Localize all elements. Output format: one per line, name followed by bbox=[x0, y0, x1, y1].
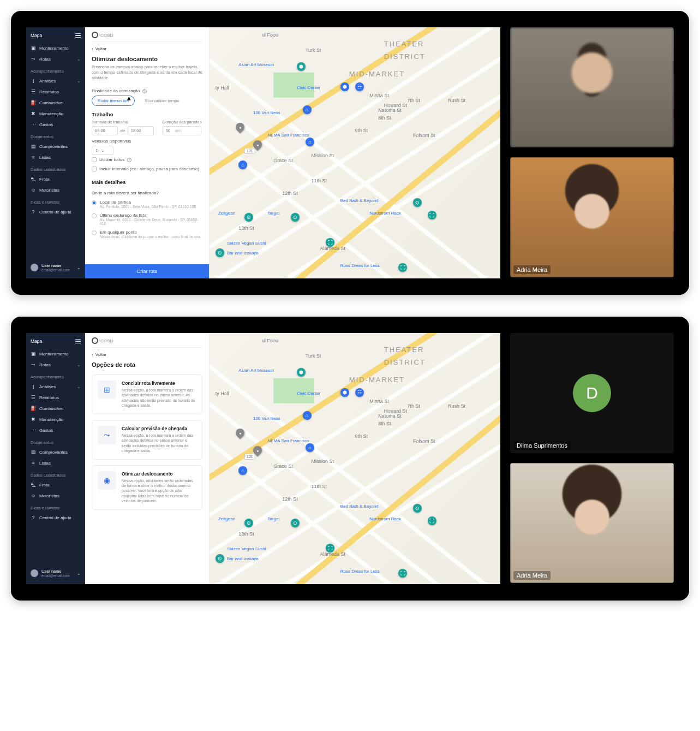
map-pin[interactable]: ⌂ bbox=[238, 161, 247, 169]
participant-video bbox=[510, 27, 674, 147]
map-pin[interactable]: ⌂ bbox=[238, 466, 247, 475]
participant-tile[interactable] bbox=[510, 27, 674, 147]
sidebar-item-analises[interactable]: ⫿Análises⌄ bbox=[26, 381, 85, 392]
sidebar-item-monitoramento[interactable]: ▣Monitoramento bbox=[26, 348, 85, 359]
list-icon: ≡ bbox=[31, 460, 36, 466]
map-pin[interactable]: ⊙ bbox=[413, 198, 422, 207]
road-badge-101: 101 bbox=[244, 148, 255, 154]
sidebar-item-frota[interactable]: ⛍Frota bbox=[26, 479, 85, 490]
sidebar-item-combustivel[interactable]: ⛽Combustível bbox=[26, 97, 85, 108]
map-pane[interactable]: 101 ul FoouTurk StTHEATERDISTRICTAsian A… bbox=[210, 333, 500, 584]
check-all-vehicles[interactable]: Utilizar todos? bbox=[92, 155, 202, 164]
help-icon[interactable]: ? bbox=[142, 89, 147, 93]
create-route-button[interactable]: Criar rota bbox=[85, 264, 209, 278]
map-label: Turk St bbox=[306, 47, 321, 53]
duracao-label: Duração das paradas bbox=[163, 120, 202, 124]
check-include-break[interactable]: Incluir intervalo (ex.: almoço, pausa pa… bbox=[92, 164, 202, 174]
participant-tile[interactable]: Adria Meira bbox=[510, 463, 674, 583]
option-card-eta[interactable]: ⤳ Calcular previsão de chegadaNessa opçã… bbox=[92, 420, 202, 460]
participant-tile[interactable]: Adria Meira bbox=[510, 157, 674, 277]
section-more: Mais detalhes bbox=[92, 174, 202, 187]
veiculos-select[interactable]: 1⌄ bbox=[92, 146, 113, 155]
map-pin[interactable]: ⬢ bbox=[340, 388, 349, 397]
sidebar-item-combustivel[interactable]: ⛽Combustível bbox=[26, 403, 85, 414]
map-pin[interactable]: ⛶ bbox=[428, 211, 436, 219]
sidebar-item-rotas[interactable]: ⤳Rotas⌄ bbox=[26, 359, 85, 370]
map-pin[interactable]: ⬢ bbox=[340, 82, 349, 91]
sidebar-item-analises[interactable]: ⫿Análises⌄ bbox=[26, 75, 85, 86]
map-label: Civic Center bbox=[297, 391, 321, 396]
sidebar-item-rotas[interactable]: ⤳ Rotas ⌄ bbox=[26, 54, 85, 64]
participant-tile[interactable]: D Dilma Suprimentos bbox=[510, 333, 674, 453]
time-from-input[interactable]: 09:00 bbox=[92, 126, 118, 135]
map-label: Rush St bbox=[448, 98, 465, 103]
video-call-window-1: Mapa ▣ Monitoramento ⤳ Rotas ⌄ Acompanha… bbox=[11, 11, 689, 295]
user-name: User name bbox=[41, 263, 70, 268]
sidebar-item-relatorios[interactable]: ☰Relatórios bbox=[26, 86, 85, 97]
map-pin[interactable]: ⌂ bbox=[303, 411, 312, 420]
map-pin[interactable]: ⊙ bbox=[216, 248, 224, 257]
time-to-input[interactable]: 18:00 bbox=[128, 126, 154, 135]
map-label: Natoma St bbox=[378, 413, 402, 419]
map-label: DISTRICT bbox=[384, 52, 426, 61]
sidebar-item-ajuda[interactable]: ?Central de ajuda bbox=[26, 206, 85, 217]
map-label: Target bbox=[268, 516, 280, 521]
list-icon: ☰ bbox=[31, 89, 36, 94]
option-card-free[interactable]: ⊞ Concluir rota livrementeNessa opção, a… bbox=[92, 375, 202, 414]
sidebar-item-listas[interactable]: ≡Listas bbox=[26, 457, 85, 468]
map-pin[interactable]: ⊙ bbox=[216, 554, 224, 563]
sidebar-item-label: Monitoramento bbox=[39, 46, 68, 51]
radio-icon bbox=[92, 213, 97, 218]
eta-icon: ⤳ bbox=[98, 426, 116, 444]
sidebar-section-header: Dados cadastrados bbox=[26, 163, 85, 174]
help-icon[interactable]: ? bbox=[127, 158, 131, 162]
map-pin[interactable]: ☷ bbox=[355, 388, 364, 397]
map-pin[interactable]: ⛶ bbox=[428, 516, 436, 525]
radio-ultimo-endereco[interactable]: Último endereço da listaAv. Morumbi, 630… bbox=[92, 211, 202, 228]
sidebar-item-comprovantes[interactable]: ▤Comprovantes bbox=[26, 141, 85, 152]
hamburger-icon[interactable] bbox=[75, 339, 81, 344]
map-label: MID-MARKET bbox=[349, 376, 405, 384]
veiculos-label: Veículos disponíveis bbox=[92, 135, 202, 146]
radio-qualquer[interactable]: Em qualquer pontoNesse caso, o sistema i… bbox=[92, 228, 202, 241]
map-label: 11th St bbox=[312, 484, 327, 489]
sidebar-item-frota[interactable]: ⛍Frota bbox=[26, 174, 85, 185]
sidebar-item-listas[interactable]: ≡Listas bbox=[26, 152, 85, 163]
back-link[interactable]: ‹ Voltar bbox=[92, 348, 202, 359]
map-label: Asian Art Museum bbox=[238, 368, 274, 373]
sidebar-item-gastos[interactable]: ⋯Gastos bbox=[26, 425, 85, 436]
back-link[interactable]: ‹ Voltar bbox=[92, 42, 202, 54]
brand: COBLI bbox=[92, 337, 202, 348]
panel-description: Preencha os campos abaixo para receber o… bbox=[92, 64, 202, 85]
pill-less-km[interactable]: Rodar menos km bbox=[92, 96, 135, 106]
sidebar-item-manutencao[interactable]: ✖Manutenção bbox=[26, 414, 85, 425]
sidebar-item-monitoramento[interactable]: ▣ Monitoramento bbox=[26, 43, 85, 54]
map-label: Bed Bath & Beyond bbox=[340, 504, 379, 509]
sidebar-item-manutencao[interactable]: ✖Manutenção bbox=[26, 108, 85, 119]
map-pin[interactable]: ☷ bbox=[355, 82, 364, 91]
sidebar-item-ajuda[interactable]: ?Central de ajuda bbox=[26, 512, 85, 523]
hamburger-icon[interactable] bbox=[75, 33, 81, 38]
map-label: Mission St bbox=[312, 459, 334, 464]
participants-column-2: D Dilma Suprimentos Adria Meira bbox=[510, 333, 674, 584]
map-label: 8th St bbox=[378, 421, 391, 426]
map-pane[interactable]: 101 ul FoouTurk StTHEATERDISTRICTAsian A… bbox=[210, 27, 500, 278]
duration-input[interactable]: 30 min bbox=[163, 126, 202, 135]
sidebar-user[interactable]: User nameemail@email.com ⌄ bbox=[26, 566, 85, 581]
map-label: Minna St bbox=[369, 93, 389, 98]
sidebar-item-gastos[interactable]: ⋯Gastos bbox=[26, 119, 85, 130]
map-pin[interactable]: ⊙ bbox=[413, 504, 422, 513]
sidebar-item-motoristas[interactable]: ☺Motoristas bbox=[26, 185, 85, 195]
sidebar-item-relatorios[interactable]: ☰Relatórios bbox=[26, 392, 85, 403]
map-label: Grace St bbox=[273, 463, 293, 469]
pill-save-time[interactable]: Economizar tempo bbox=[139, 96, 186, 106]
map-label: 100 Van Ness bbox=[253, 416, 280, 421]
radio-local-partida[interactable]: Local de partidaAv. Paulista, 1000 - Bel… bbox=[92, 198, 202, 211]
map-pin[interactable]: ⌂ bbox=[303, 105, 312, 114]
sidebar-item-comprovantes[interactable]: ▤Comprovantes bbox=[26, 447, 85, 457]
map-label: NEMA San Francisco bbox=[268, 438, 309, 443]
option-card-optimize[interactable]: ◉ Otimizar deslocamentoNessa opção, ativ… bbox=[92, 465, 202, 510]
sidebar-item-motoristas[interactable]: ☺Motoristas bbox=[26, 490, 85, 501]
sidebar-user[interactable]: User name email@email.com ⌄ bbox=[26, 260, 85, 275]
chevron-down-icon: ⌄ bbox=[101, 148, 105, 153]
